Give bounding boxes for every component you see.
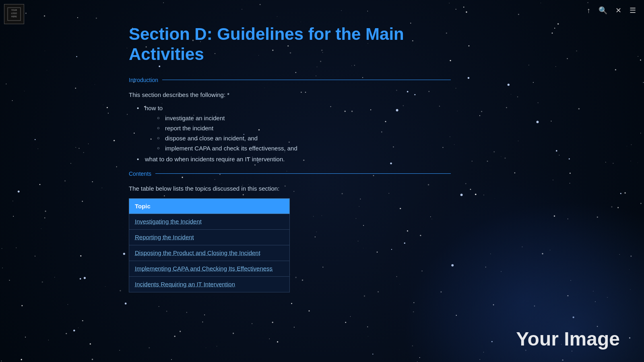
toolbar: ↑ 🔍 ✕ ☰ <box>587 6 636 15</box>
sub-bullet-report: report the incident <box>157 125 644 132</box>
menu-icon[interactable]: ☰ <box>630 6 636 15</box>
table-row-link-0[interactable]: Investigating the Incident <box>135 218 202 225</box>
main-bullet-list: how to investigate an incident report th… <box>137 105 644 162</box>
bullet-item-it-text: what to do when incidents require an IT … <box>145 156 285 162</box>
introduction-divider <box>162 80 451 80</box>
table-row-1: Reporting the Incident <box>129 229 290 245</box>
logo[interactable]: YOUR LOGO HERE <box>4 4 24 24</box>
bullet-item-it: what to do when incidents require an IT … <box>137 156 644 162</box>
table-row-link-4[interactable]: Incidents Requiring an IT Intervention <box>135 281 235 288</box>
bookmark-icon[interactable]: ↑ <box>587 6 590 15</box>
bullet-item-howto-text: how to <box>145 105 163 111</box>
svg-text:YOUR: YOUR <box>11 9 17 11</box>
table-row-3: Implementing CAPA and Checking Its Effec… <box>129 261 290 276</box>
close-icon[interactable]: ✕ <box>615 6 621 15</box>
table-row-2: Disposing the Product and Closing the In… <box>129 245 290 261</box>
contents-table: Topic Investigating the IncidentReportin… <box>129 198 290 292</box>
page-title: Section D: Guidelines for the Main Activ… <box>129 24 451 65</box>
sub-bullet-dispose: dispose and close an incident, and <box>157 135 644 142</box>
main-content: Section D: Guidelines for the Main Activ… <box>0 0 644 362</box>
contents-label-text: Contents <box>129 171 155 177</box>
sub-bullet-investigate: investigate an incident <box>157 115 644 121</box>
sub-bullet-capa: implement CAPA and check its effectivene… <box>157 145 644 152</box>
logo-icon: YOUR LOGO HERE <box>7 7 21 21</box>
bullet-item-howto: how to investigate an incident report th… <box>137 105 644 152</box>
sub-bullet-list: investigate an incident report the incid… <box>157 115 644 152</box>
table-header: Topic <box>129 198 290 214</box>
table-row-0: Investigating the Incident <box>129 214 290 229</box>
table-row-link-3[interactable]: Implementing CAPA and Checking Its Effec… <box>135 265 272 272</box>
svg-text:HERE: HERE <box>11 15 17 18</box>
sub-bullet-report-text: report the incident <box>165 125 213 132</box>
table-row-4: Incidents Requiring an IT Intervention <box>129 276 290 292</box>
contents-intro-text: The table below lists the topics discuss… <box>129 185 451 192</box>
table-row-link-2[interactable]: Disposing the Product and Closing the In… <box>135 249 260 256</box>
sub-bullet-investigate-text: investigate an incident <box>165 115 225 121</box>
contents-section-label: Contents <box>129 171 451 177</box>
svg-text:LOGO: LOGO <box>11 12 17 14</box>
watermark-text: Your Image <box>516 328 620 350</box>
intro-text: This section describes the following: * <box>129 91 451 98</box>
introduction-label-text: Introduction <box>129 77 162 83</box>
sub-bullet-dispose-text: dispose and close an incident, and <box>165 135 258 142</box>
search-icon[interactable]: 🔍 <box>599 6 607 15</box>
table-row-link-1[interactable]: Reporting the Incident <box>135 234 194 241</box>
introduction-section-label: Introduction <box>129 77 451 83</box>
sub-bullet-capa-text: implement CAPA and check its effectivene… <box>165 145 297 152</box>
contents-divider <box>155 173 451 174</box>
